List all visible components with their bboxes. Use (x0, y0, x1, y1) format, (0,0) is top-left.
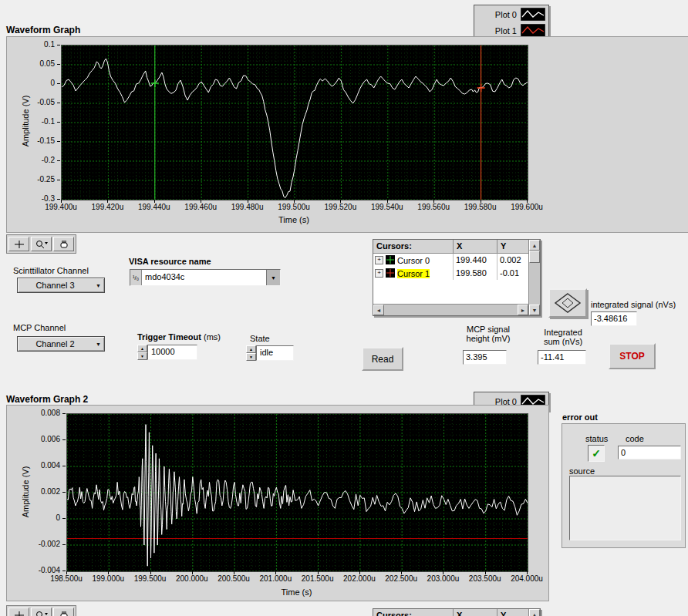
chevron-down-icon[interactable]: ▼ (93, 283, 104, 288)
x-tick-label: 198.500u (50, 574, 83, 583)
cursor-mover-control[interactable] (548, 288, 587, 318)
legend-item-plot0[interactable]: Plot 0 (475, 6, 548, 22)
x-tick-label: 199.420u (92, 203, 124, 211)
x-tick-mark (66, 571, 67, 574)
cursor-style-icon[interactable] (386, 268, 395, 279)
state-control: ▲ ▼ idle (246, 345, 294, 361)
increment-decrement[interactable]: ▲ ▼ (137, 345, 147, 360)
cursor-y-value[interactable]: -0.01 (497, 267, 528, 280)
scroll-down-icon[interactable]: ▼ (529, 305, 540, 315)
scroll-left-icon[interactable]: ◄ (373, 305, 384, 315)
expand-icon[interactable]: + (375, 269, 383, 278)
graph2-title: Waveform Graph 2 (6, 394, 88, 405)
ring-value: Channel 3 (18, 281, 93, 290)
waveform-graph-2: Time (s) Amplitude (V) 0.0080.0060.0040.… (6, 405, 549, 601)
x-tick-label: 202.000u (343, 574, 376, 583)
y-tick-mark (62, 466, 66, 466)
y-tick-label: 0.05 (7, 59, 55, 68)
zoom-tool-button[interactable] (31, 608, 52, 616)
scroll-up-icon[interactable]: ▲ (529, 609, 540, 616)
x-header: X (454, 609, 497, 616)
scroll-right-icon[interactable]: ► (518, 305, 528, 315)
increment-icon: ▲ (137, 345, 147, 352)
stop-button[interactable]: STOP (609, 343, 656, 369)
cursor-tool-button[interactable] (8, 237, 29, 251)
cursor-style-icon[interactable] (386, 255, 395, 266)
x-tick-mark (234, 571, 234, 574)
x-tick-label: 201.000u (260, 574, 292, 583)
x-tick-mark (527, 200, 528, 203)
y-tick-label: 0.1 (7, 40, 55, 49)
y-tick-label: 0.002 (7, 487, 60, 496)
x-tick-mark (248, 200, 248, 203)
pan-tool-button[interactable] (53, 608, 74, 616)
x-tick-mark (275, 571, 276, 574)
zoom-tool-button[interactable] (31, 237, 52, 251)
integrated-sum-value: -11.41 (538, 350, 586, 365)
checkmark-icon: ✓ (592, 447, 601, 459)
trigger-timeout-value[interactable]: 10000 (147, 345, 197, 360)
x-tick-label: 203.000u (427, 574, 460, 583)
graph1-plot-legend: Plot 0 Plot 1 (474, 5, 549, 40)
cursor-row-1[interactable]: + Cursor 1 199.580 -0.01 (373, 267, 528, 280)
waveform-graph-2-plot[interactable] (66, 413, 528, 572)
y-tick-mark (57, 45, 60, 45)
cursor-name[interactable]: Cursor 1 (397, 269, 430, 278)
x-tick-mark (387, 200, 388, 203)
y-tick-label: -0.3 (7, 194, 55, 203)
y-tick-mark (57, 122, 60, 123)
vertical-scrollbar[interactable]: ▲ (529, 609, 540, 616)
y-tick-mark (57, 64, 60, 65)
cursors-header: Cursors: (373, 240, 454, 253)
waveform-graph-1-plot[interactable] (61, 45, 528, 200)
x-tick-mark (443, 571, 443, 574)
trigger-timeout-label: Trigger Timeout (ms) (137, 332, 221, 342)
x-tick-label: 203.500u (469, 574, 501, 583)
graph2-tools-palette (6, 605, 76, 616)
visa-resource-control[interactable]: ¹/₀ mdo4034c ▼ (130, 269, 281, 286)
scintillator-channel-ring[interactable]: Channel 3 ▼ (17, 278, 105, 293)
x-tick-label: 200.500u (218, 574, 250, 583)
error-source-box (569, 476, 681, 540)
expand-icon[interactable]: + (375, 256, 383, 264)
x-tick-label: 199.480u (231, 203, 264, 211)
x-tick-mark (107, 200, 108, 203)
y-tick-label: 0 (7, 513, 60, 522)
y-header: Y (497, 240, 528, 253)
y-tick-label: -0.05 (7, 98, 55, 106)
y-tick-mark (57, 180, 60, 180)
x-tick-label: 201.500u (302, 574, 334, 583)
x-tick-label: 199.540u (371, 203, 403, 211)
cursor-name[interactable]: Cursor 0 (397, 256, 430, 265)
cursor-row-0[interactable]: + Cursor 0 199.440 0.002 (373, 254, 528, 267)
scrollbar-thumb[interactable] (529, 251, 540, 263)
x-tick-mark (201, 200, 201, 203)
chevron-down-icon[interactable]: ▼ (93, 342, 104, 347)
mcp-channel-ring[interactable]: Channel 2 ▼ (17, 336, 105, 352)
visa-resource-value[interactable]: mdo4034c (142, 270, 266, 285)
vertical-scrollbar[interactable]: ▲ ▼ (529, 240, 540, 315)
cursor-x-value[interactable]: 199.580 (454, 267, 497, 280)
pan-tool-button[interactable] (53, 237, 74, 251)
crosshair-icon (13, 240, 25, 249)
x-header: X (454, 240, 497, 253)
x-tick-label: 199.500u (134, 574, 167, 583)
y-tick-mark (62, 571, 66, 571)
increment-decrement[interactable]: ▲ ▼ (246, 345, 256, 361)
hand-icon (58, 611, 70, 616)
cursor-x-value[interactable]: 199.440 (454, 254, 497, 267)
scroll-up-icon[interactable]: ▲ (529, 240, 540, 251)
cursor-tool-button[interactable] (8, 608, 29, 616)
dropdown-arrow-icon[interactable]: ▼ (266, 270, 280, 285)
x-tick-mark (108, 571, 109, 574)
decrement-icon: ▼ (246, 353, 256, 361)
io-icon: ¹/₀ (130, 270, 142, 285)
read-button[interactable]: Read (362, 347, 403, 371)
legend-label: Plot 1 (495, 26, 517, 35)
horizontal-scrollbar[interactable]: ◄ ► (373, 304, 528, 315)
cursor-y-value[interactable]: 0.002 (497, 254, 528, 267)
mcp-height-label: MCP signal height (mV) (459, 325, 518, 343)
y-tick-mark (62, 492, 66, 493)
waveform-graph-1: Time (s) Amplitude (V) 0.10.050-0.05-0.1… (6, 36, 688, 233)
error-status-indicator: ✓ (588, 445, 605, 462)
